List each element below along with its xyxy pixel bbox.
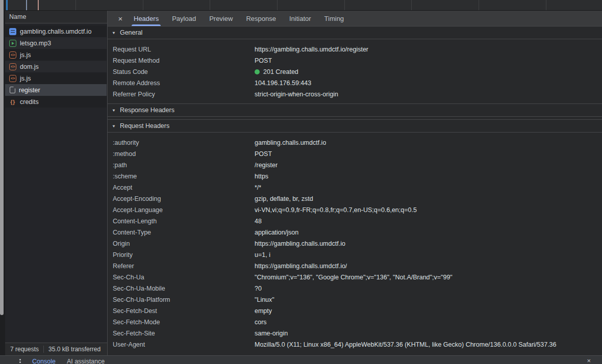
header-value: 104.196.176.59:443 bbox=[255, 80, 311, 87]
header-name: Remote Address bbox=[113, 80, 255, 87]
close-details-button[interactable]: × bbox=[114, 11, 127, 26]
section-header[interactable]: ▼ Response Headers bbox=[108, 104, 602, 117]
header-value: ?0 bbox=[255, 285, 262, 292]
header-value-text: 48 bbox=[255, 218, 262, 225]
tab-timing[interactable]: Timing bbox=[318, 11, 351, 26]
request-row[interactable]: letsgo.mp3 bbox=[5, 37, 107, 49]
header-value-text: https bbox=[255, 173, 268, 180]
header-value: https://gambling.challs.umdctf.io/ bbox=[255, 263, 347, 270]
details-tab-bar: × Headers Payload Preview Response Initi… bbox=[108, 11, 602, 26]
timeline-gridline bbox=[277, 0, 278, 10]
tab-headers[interactable]: Headers bbox=[127, 11, 165, 26]
request-name: credits bbox=[20, 98, 39, 106]
section-response-headers: ▼ Response Headers bbox=[108, 103, 602, 119]
header-name: Accept-Encoding bbox=[113, 195, 255, 202]
request-name: register bbox=[19, 87, 40, 94]
header-value-text: gzip, deflate, br, zstd bbox=[255, 195, 313, 202]
header-value: same-origin bbox=[255, 330, 288, 337]
header-value: strict-origin-when-cross-origin bbox=[255, 91, 338, 98]
header-value-text: "Chromium";v="136", "Google Chrome";v="1… bbox=[255, 274, 453, 281]
header-row: Origin https://gambling.challs.umdctf.io bbox=[108, 238, 602, 249]
tab-label: Payload bbox=[172, 15, 196, 22]
network-overview-timeline[interactable] bbox=[5, 0, 602, 11]
request-name: dom.js bbox=[20, 63, 39, 70]
request-row[interactable]: gambling.challs.umdctf.io bbox=[5, 25, 107, 37]
header-row: Sec-Ch-Ua-Mobile ?0 bbox=[108, 283, 602, 294]
header-value-text: cors bbox=[255, 319, 267, 326]
devtools-window: Name gambling.challs.umdctf.io letsgo.mp… bbox=[0, 0, 602, 364]
tab-label: Response bbox=[246, 15, 276, 22]
header-value-text: gambling.challs.umdctf.io bbox=[255, 139, 326, 146]
header-name: Request Method bbox=[113, 57, 255, 64]
header-name: Sec-Fetch-Mode bbox=[113, 319, 255, 326]
request-row[interactable]: js.js bbox=[5, 49, 107, 61]
headers-view: ▼ General Request URL https://gambling.c… bbox=[108, 26, 602, 355]
name-column-header[interactable]: Name bbox=[5, 11, 107, 23]
request-row[interactable]: credits bbox=[5, 96, 107, 108]
drawer-tab-ai-assistance[interactable]: AI assistance bbox=[67, 358, 105, 364]
section-title: Response Headers bbox=[120, 107, 174, 114]
request-row[interactable]: dom.js bbox=[5, 61, 107, 72]
file-icon bbox=[10, 87, 15, 93]
header-name: Sec-Ch-Ua bbox=[113, 274, 255, 281]
tab-response[interactable]: Response bbox=[239, 11, 283, 26]
request-row[interactable]: register bbox=[5, 84, 107, 96]
header-name: Accept bbox=[113, 184, 255, 191]
left-scrollbar-track bbox=[0, 0, 5, 364]
header-row: :authority gambling.challs.umdctf.io bbox=[108, 137, 602, 148]
drawer-close-button[interactable]: × bbox=[587, 358, 591, 364]
left-scrollbar-thumb[interactable] bbox=[0, 0, 4, 315]
header-row: :path /register bbox=[108, 160, 602, 171]
tab-label: Initiator bbox=[289, 15, 311, 22]
timeline-gridline bbox=[411, 0, 412, 10]
tab-initiator[interactable]: Initiator bbox=[283, 11, 318, 26]
timeline-gridline bbox=[344, 0, 345, 10]
tab-preview[interactable]: Preview bbox=[203, 11, 239, 26]
header-name: :authority bbox=[113, 139, 255, 146]
header-name: Priority bbox=[113, 251, 255, 258]
header-name: Status Code bbox=[113, 68, 255, 75]
section-header[interactable]: ▼ General bbox=[108, 27, 602, 39]
header-value-text: ?0 bbox=[255, 285, 262, 292]
tab-label: Timing bbox=[324, 15, 344, 22]
header-value: https bbox=[255, 173, 268, 180]
header-name: :path bbox=[113, 162, 255, 169]
header-name: Request URL bbox=[113, 46, 255, 53]
header-value: Mozilla/5.0 (X11; Linux x86_64) AppleWeb… bbox=[255, 341, 557, 348]
header-value-text: u=1, i bbox=[255, 251, 270, 258]
header-row: Content-Type application/json bbox=[108, 227, 602, 238]
timeline-gridline bbox=[546, 0, 546, 10]
header-value: "Chromium";v="136", "Google Chrome";v="1… bbox=[255, 274, 453, 281]
tab-payload[interactable]: Payload bbox=[165, 11, 203, 26]
header-row: Referrer Policy strict-origin-when-cross… bbox=[108, 89, 602, 100]
header-row: Priority u=1, i bbox=[108, 249, 602, 261]
header-row: Remote Address 104.196.176.59:443 bbox=[108, 77, 602, 89]
section-body: Request URL https://gambling.challs.umdc… bbox=[108, 39, 602, 103]
header-value-text: "Linux" bbox=[255, 296, 274, 303]
disclosure-triangle-icon: ▼ bbox=[112, 31, 116, 35]
drawer-tab-label: Console bbox=[32, 358, 56, 364]
header-name: Sec-Fetch-Dest bbox=[113, 307, 255, 315]
status-success-dot bbox=[255, 69, 260, 74]
header-row: Content-Length 48 bbox=[108, 216, 602, 227]
disclosure-triangle-icon: ▼ bbox=[112, 124, 116, 128]
header-row: Accept-Language vi-VN,vi;q=0.9,fr-FR;q=0… bbox=[108, 204, 602, 216]
header-row: Accept */* bbox=[108, 182, 602, 193]
header-name: Accept-Language bbox=[113, 206, 255, 214]
request-row[interactable]: js.js bbox=[5, 72, 107, 84]
tab-label: Headers bbox=[134, 15, 159, 22]
header-value-text: 104.196.176.59:443 bbox=[255, 80, 311, 87]
section-header[interactable]: ▼ Request Headers bbox=[108, 120, 602, 133]
transferred-size: 35.0 kB transferred bbox=[48, 346, 101, 353]
header-row: Sec-Ch-Ua-Platform "Linux" bbox=[108, 294, 602, 305]
header-name: Content-Type bbox=[113, 229, 255, 236]
requests-count: 7 requests bbox=[10, 346, 39, 353]
request-list: gambling.challs.umdctf.io letsgo.mp3 js.… bbox=[5, 25, 107, 108]
media-icon bbox=[9, 40, 16, 47]
header-name: Sec-Ch-Ua-Mobile bbox=[113, 285, 255, 292]
drawer-tab-console[interactable]: Console bbox=[32, 358, 56, 364]
header-value: */* bbox=[255, 184, 261, 191]
request-name: gambling.challs.umdctf.io bbox=[20, 28, 91, 35]
header-value: u=1, i bbox=[255, 251, 270, 258]
script-icon bbox=[9, 51, 16, 59]
